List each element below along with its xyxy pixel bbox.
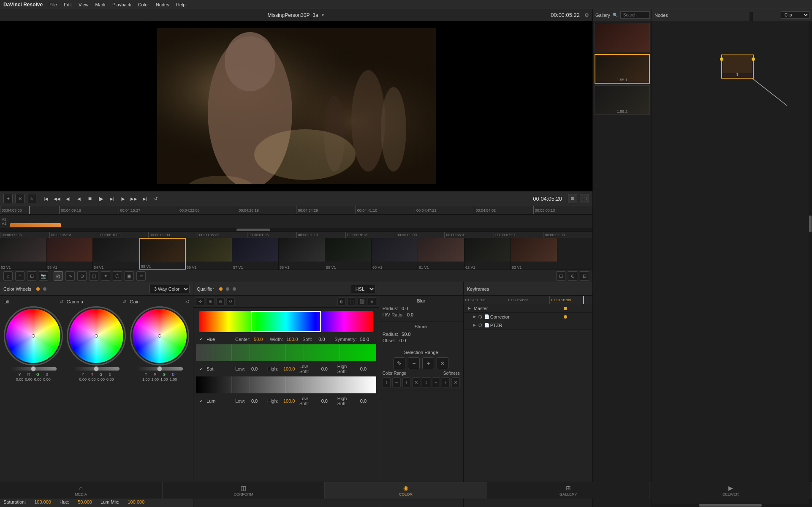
warp-icon[interactable]: ⊕ (77, 271, 87, 281)
subtract-sel-icon[interactable]: − (408, 357, 420, 369)
menu-nodes[interactable]: Nodes (156, 2, 169, 7)
nodes-h-scrollbar[interactable] (652, 504, 809, 507)
clip-item[interactable]: 52 V1 (0, 238, 46, 270)
prev-frame-btn[interactable]: ◀| (64, 194, 72, 203)
move2-icon[interactable]: ↕ (422, 377, 430, 387)
next-frame-btn[interactable]: |▶ (119, 194, 127, 203)
view-toggle-icon[interactable]: ◐ (337, 297, 346, 306)
corrector-expand[interactable]: ▶ (472, 314, 477, 319)
cross-icon[interactable]: ✕ (412, 377, 420, 387)
menu-view[interactable]: View (79, 2, 89, 7)
nav-conform[interactable]: ◫ CONFORM (163, 482, 325, 499)
ptzr-expand[interactable]: ▶ (472, 323, 477, 328)
plus2-icon[interactable]: + (442, 377, 450, 387)
matte-icon[interactable]: ◈ (368, 297, 376, 306)
qualifier-icon[interactable]: ◎ (54, 271, 63, 281)
qualifier-mode-selector[interactable]: HSL RGB 3D (351, 285, 375, 293)
track-content[interactable] (10, 215, 592, 228)
nodes-scrollbar[interactable] (809, 21, 812, 507)
menu-help[interactable]: Help (176, 2, 186, 7)
go-to-start-btn[interactable]: |◀ (42, 194, 50, 203)
subtract-icon[interactable]: ⊖ (216, 297, 225, 306)
home-icon[interactable]: ⌂ (3, 271, 13, 281)
layout-icon[interactable]: ⊞ (556, 271, 565, 281)
list-icon[interactable]: ≡ (15, 271, 24, 281)
menu-file[interactable]: File (49, 2, 57, 7)
menu-playback[interactable]: Playback (112, 2, 131, 7)
nav-gallery[interactable]: ⊞ GALLERY (487, 482, 650, 499)
wheels-mode-selector[interactable]: 3 Way Color Log Wheels (149, 285, 190, 293)
curve-icon[interactable]: ∿ (65, 271, 75, 281)
gain-slider[interactable] (136, 367, 183, 371)
lum-check[interactable]: ✓ (199, 398, 203, 404)
menu-mark[interactable]: Mark (95, 2, 106, 7)
clip-item[interactable]: 60 V1 (372, 238, 418, 270)
nav-color[interactable]: ◉ COLOR (325, 482, 487, 499)
prev-step-btn[interactable]: ◀ (75, 194, 83, 203)
settings-icon[interactable]: ⛶ (580, 194, 589, 203)
zoom-icon[interactable]: ⊕ (568, 271, 577, 281)
sat-strip[interactable] (196, 344, 376, 361)
plus-icon[interactable]: + (402, 377, 410, 387)
add-sel-icon[interactable]: + (422, 357, 434, 369)
pick-icon[interactable]: ✜ (196, 297, 204, 306)
clip-item[interactable]: 63 V1 (511, 238, 557, 270)
timeline-scroll-thumb[interactable] (236, 229, 270, 231)
gamma-slider[interactable] (73, 367, 119, 371)
nav-media[interactable]: ⌂ MEDIA (0, 482, 163, 499)
gallery-search-input[interactable] (620, 11, 650, 19)
hue-strip[interactable] (199, 311, 373, 332)
play-btn[interactable]: ▶ (97, 194, 105, 203)
lift-wheel[interactable] (4, 306, 63, 365)
expand-icon[interactable]: ⊡ (580, 271, 589, 281)
loop-btn[interactable]: ↺ (152, 194, 160, 203)
scopes-icon[interactable]: ≋ (136, 271, 146, 281)
gallery-thumb-1[interactable] (595, 23, 650, 52)
gamma-wheel[interactable] (67, 306, 126, 365)
audio-icon[interactable]: ♫ (27, 194, 36, 203)
timeline-scrollbar[interactable] (0, 228, 592, 232)
sat-check[interactable]: ✓ (199, 366, 203, 372)
add-icon[interactable]: ⊕ (206, 297, 215, 306)
transform-icon[interactable]: ✕ (15, 194, 24, 203)
nodes-clip-selector[interactable]: Clip Timeline (781, 11, 809, 19)
minus-icon[interactable]: − (392, 377, 400, 387)
master-expand[interactable]: ▶ (467, 306, 472, 311)
gain-reset-icon[interactable]: ↺ (186, 299, 190, 305)
clip-item[interactable]: 59 V1 (325, 238, 372, 270)
frame-icon[interactable]: ▣ (125, 271, 134, 281)
clip-item[interactable]: 57 V1 (232, 238, 279, 270)
lum-strip[interactable] (196, 376, 376, 393)
clip-dropdown-icon[interactable]: ▼ (321, 13, 325, 17)
preview-settings-icon[interactable]: ⚙ (584, 12, 589, 18)
grid-icon[interactable]: ⊞ (27, 271, 36, 281)
key-icon[interactable]: ⬡ (113, 271, 122, 281)
clip-item[interactable]: 58 V1 (279, 238, 325, 270)
overlay-icon[interactable]: ⬚ (348, 297, 356, 306)
clip-item[interactable]: 53 V1 (46, 238, 93, 270)
lift-reset-icon[interactable]: ↺ (60, 299, 63, 305)
gallery-thumb-2[interactable]: 1.55.1 (595, 54, 650, 84)
invert-icon[interactable]: ⬛ (358, 297, 366, 306)
gallery-thumb-3[interactable]: 1.55.2 (595, 85, 650, 115)
reset-sel-icon[interactable]: ✕ (437, 357, 448, 369)
nav-deliver[interactable]: ▶ DELIVER (649, 482, 812, 499)
gamma-reset-icon[interactable]: ↺ (122, 299, 126, 305)
clip-item[interactable]: 61 V1 (418, 238, 464, 270)
clip-item-active[interactable]: 55 V1 (139, 238, 186, 270)
reset-icon[interactable]: ↺ (226, 297, 235, 306)
tracker-icon[interactable]: ◫ (89, 271, 98, 281)
clip-item[interactable]: 54 V1 (93, 238, 139, 270)
minus2-icon[interactable]: − (432, 377, 440, 387)
gain-wheel[interactable] (130, 306, 189, 365)
magic-icon[interactable]: ✦ (101, 271, 110, 281)
timeline-ruler[interactable]: 00:04:03:05 00:04:09:16 00:04:15:27 00:0… (0, 206, 592, 215)
go-to-end-btn[interactable]: ▶| (141, 194, 149, 203)
clip-item[interactable]: 56 V1 (186, 238, 232, 270)
cross2-icon[interactable]: ✕ (451, 377, 459, 387)
eyedropper-icon[interactable]: ✎ (394, 357, 405, 369)
camera-icon[interactable]: 📷 (39, 271, 48, 281)
lift-slider[interactable] (10, 367, 57, 371)
rewind-btn[interactable]: ◀◀ (53, 194, 61, 203)
wand-icon[interactable]: ✦ (3, 194, 13, 203)
